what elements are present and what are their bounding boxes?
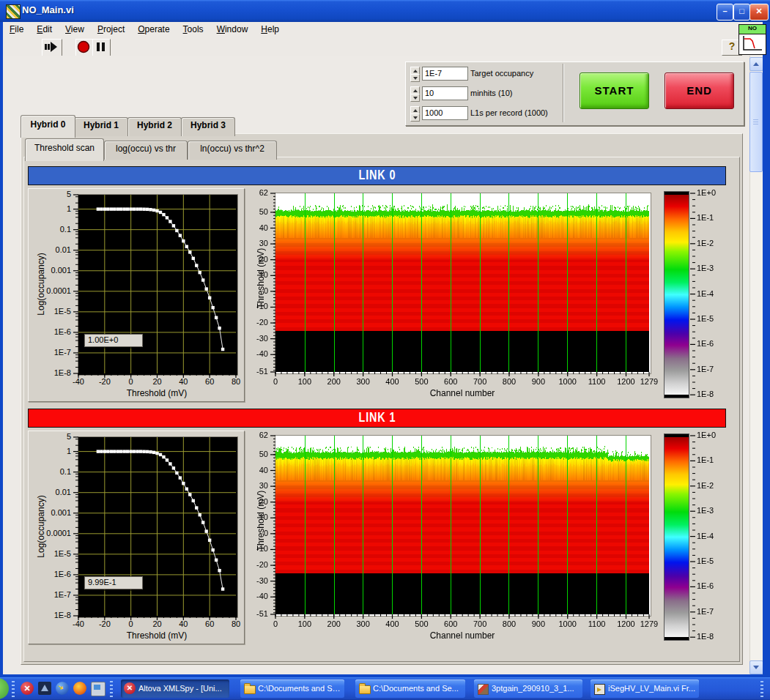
x-tick-label: 300 — [349, 377, 378, 387]
start-button[interactable]: START — [580, 72, 649, 109]
x-tick-label: 800 — [495, 377, 524, 387]
abort-icon — [76, 40, 92, 54]
heatmap-x-axis-title: Channel number — [393, 630, 532, 641]
y-tick-label: -40 — [248, 349, 268, 359]
occupancy-graph-0: 510.10.010.0010.00011E-51E-61E-71E-8-40-… — [28, 188, 245, 402]
heatmap-axes-svg — [246, 188, 662, 401]
l1s-per-record-input[interactable]: 1000 — [422, 106, 468, 120]
taskbar-task-3[interactable]: 3ptgain_290910_3_1... — [474, 679, 582, 698]
menu-edit[interactable]: Edit — [30, 22, 59, 38]
colorbar-label: 1E-1 — [697, 213, 730, 223]
target-occupancy-input[interactable]: 1E-7 — [422, 67, 468, 81]
x-tick-label: 200 — [319, 619, 349, 629]
taskbar: Altova XMLSpy - [Uni...C:\Documents and … — [0, 677, 770, 700]
x-tick-label: 300 — [349, 619, 378, 629]
cluster-divider-hl — [563, 64, 564, 122]
minhits-input[interactable]: 10 — [422, 86, 468, 100]
colorbar-label: 1E-5 — [697, 556, 730, 566]
minimize-button[interactable]: – — [717, 4, 733, 21]
tab-sub-1[interactable]: log(occu) vs thr — [104, 141, 188, 160]
colorbar-label: 1E-8 — [697, 632, 730, 641]
menu-file[interactable]: File — [3, 22, 30, 38]
menu-tools[interactable]: Tools — [177, 22, 210, 38]
quicklaunch-grip[interactable] — [12, 681, 15, 697]
run-button[interactable] — [42, 39, 62, 56]
l1s-per-record-spinner[interactable] — [410, 106, 420, 121]
x-tick-label: 0 — [261, 619, 290, 629]
colorbar-label: 1E+0 — [697, 431, 730, 440]
tab-hybrid-2[interactable]: Hybrid 2 — [127, 117, 182, 136]
colorbar-label: 1E-1 — [697, 455, 730, 465]
start-button-edge[interactable] — [0, 678, 9, 699]
vi-window-icon — [6, 4, 21, 19]
tab-sub-0[interactable]: Threshold scan — [25, 138, 104, 161]
menu-help[interactable]: Help — [254, 22, 286, 38]
colorbar-label: 1E-4 — [697, 289, 730, 299]
x-tick-label: 900 — [524, 377, 553, 387]
x-tick-label: 60 — [195, 619, 224, 629]
cursor-readout: 9.99E-1 — [84, 576, 143, 589]
messenger-icon[interactable] — [56, 682, 69, 695]
heatmap-axes-svg — [246, 431, 662, 643]
x-tick-label: 0 — [116, 377, 146, 387]
taskbar-task-4[interactable]: iSegHV_LV_Main.vi Fr... — [591, 679, 699, 698]
taskbar-task-2[interactable]: C:\Documents and Se... — [355, 679, 465, 698]
tab-hybrid-3[interactable]: Hybrid 3 — [181, 117, 235, 136]
scrollbar-down-button[interactable] — [749, 660, 763, 674]
abort-button[interactable] — [75, 39, 94, 56]
pause-button[interactable] — [92, 39, 111, 56]
x-tick-label: 1279 — [634, 619, 664, 629]
colorbar-label: 1E-7 — [697, 607, 730, 617]
x-tick-label: 800 — [495, 619, 524, 629]
colorbar-label: 1E-6 — [697, 581, 730, 591]
x-tick-label: 0 — [116, 619, 146, 629]
close-button[interactable]: ✕ — [749, 4, 769, 21]
minhits-spinner[interactable] — [410, 86, 420, 101]
menu-window[interactable]: Window — [210, 22, 255, 38]
app-icon[interactable] — [38, 682, 51, 695]
taskbar-task-0[interactable]: Altova XMLSpy - [Uni... — [121, 679, 229, 698]
tab-hybrid-1[interactable]: Hybrid 1 — [74, 117, 128, 136]
link-header-0: LINK 0 — [28, 166, 726, 185]
task-label: 3ptgain_290910_3_1... — [492, 684, 580, 693]
quicklaunch-grip-2[interactable] — [110, 681, 113, 697]
y-tick-label: 1 — [30, 204, 71, 214]
y-tick-label: 1E-7 — [30, 348, 71, 357]
x-tick-label: 1000 — [553, 619, 582, 629]
pause-icon — [93, 40, 108, 54]
x-tick-label: 600 — [436, 619, 465, 629]
tab-sub-2[interactable]: ln(occu) vs thr^2 — [188, 141, 277, 160]
scrollbar-thumb[interactable] — [749, 72, 763, 172]
task-label: iSegHV_LV_Main.vi Fr... — [608, 684, 696, 693]
x-tick-label: 1100 — [582, 377, 612, 387]
scrollbar-up-button[interactable] — [749, 57, 763, 71]
task-label: C:\Documents and Se... — [258, 684, 341, 693]
x-tick-label: 100 — [290, 377, 319, 387]
menu-view[interactable]: View — [59, 22, 91, 38]
taskbar-task-1[interactable]: C:\Documents and Se... — [240, 679, 344, 698]
menu-project[interactable]: Project — [91, 22, 131, 38]
colorbar-label: 1E-2 — [697, 239, 730, 248]
y-tick-label: 5 — [30, 432, 71, 442]
x-tick-label: 900 — [524, 619, 553, 629]
firefox-icon[interactable] — [73, 682, 86, 695]
labview-icon — [594, 684, 605, 695]
y-tick-label: 62 — [248, 188, 268, 198]
x-tick-label: 0 — [261, 377, 290, 387]
tab-hybrid-0[interactable]: Hybrid 0 — [21, 115, 75, 138]
end-button[interactable]: END — [665, 72, 734, 109]
taskbar-right-grip[interactable] — [760, 681, 763, 697]
y-tick-label: 50 — [248, 207, 268, 217]
y-tick-label: 5 — [30, 190, 71, 199]
occupancy-graph-1: 510.10.010.0010.00011E-51E-61E-71E-8-40-… — [28, 431, 245, 644]
menu-operate[interactable]: Operate — [131, 22, 176, 38]
control-cluster: 1E-7Target occupancy10minhits (10)1000L1… — [405, 62, 744, 126]
display-icon[interactable] — [91, 682, 105, 696]
maximize-button[interactable]: □ — [733, 4, 750, 21]
target-occupancy-spinner[interactable] — [410, 67, 420, 81]
x-tick-label: 200 — [319, 377, 349, 387]
x-tick-label: 400 — [377, 619, 407, 629]
toolbar: ? — [3, 38, 763, 56]
xmlspy-icon[interactable] — [21, 682, 34, 695]
x-tick-label: 700 — [465, 377, 495, 387]
